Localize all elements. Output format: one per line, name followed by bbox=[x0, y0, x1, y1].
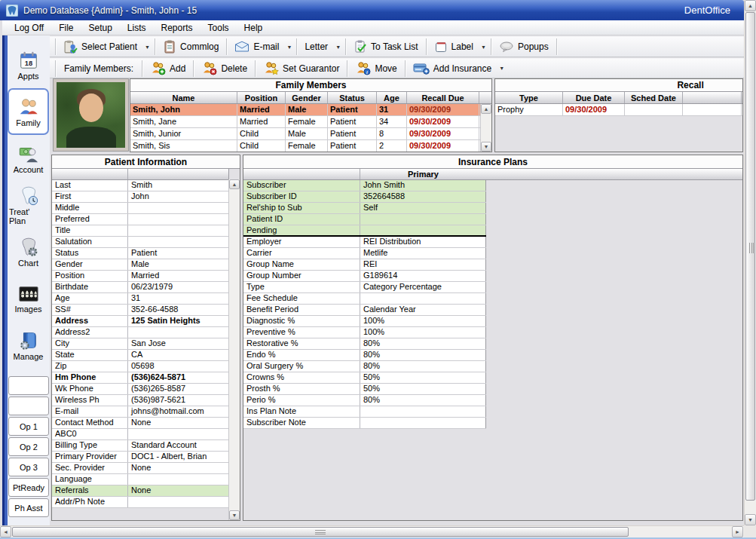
patient-info-row[interactable]: ReferralsNone bbox=[52, 485, 229, 497]
op-button-blank-2[interactable] bbox=[8, 397, 49, 415]
patient-info-row[interactable]: Middle bbox=[52, 203, 229, 214]
patient-info-row[interactable]: Preferred bbox=[52, 214, 229, 225]
patient-info-row[interactable]: Address2 bbox=[52, 327, 229, 338]
scroll-up-icon[interactable]: ▲ bbox=[745, 0, 756, 11]
menu-setup[interactable]: Setup bbox=[81, 21, 119, 35]
scroll-right-icon[interactable]: ► bbox=[732, 526, 743, 537]
menu-lists[interactable]: Lists bbox=[120, 21, 154, 35]
insurance-row[interactable]: Prosth %50% bbox=[243, 384, 486, 395]
insurance-row[interactable]: Group NumberG189614 bbox=[243, 271, 486, 282]
patient-info-row[interactable]: Address125 Satin Heights bbox=[52, 316, 229, 327]
op-button-blank-1[interactable] bbox=[8, 376, 49, 395]
patient-info-scrollbar[interactable]: ▲ ▼ bbox=[228, 179, 240, 520]
family-member-row[interactable]: Smith, JuniorChildMalePatient809/30/2009 bbox=[130, 128, 491, 140]
add-insurance-button[interactable]: Add Insurance bbox=[408, 60, 497, 77]
popups-button[interactable]: Popups bbox=[494, 38, 554, 56]
patient-info-row[interactable]: Wireless Ph(536)987-5621 bbox=[52, 395, 229, 406]
patient-info-row[interactable]: ABC0 bbox=[52, 429, 229, 440]
insurance-row[interactable]: EmployerREI Distribution bbox=[243, 237, 486, 248]
insurance-row[interactable]: Preventive %100% bbox=[243, 327, 486, 338]
insurance-row[interactable]: Ins Plan Note bbox=[243, 406, 486, 418]
patient-info-row[interactable]: StatusPatient bbox=[52, 248, 229, 259]
patient-info-row[interactable]: StateCA bbox=[52, 350, 229, 361]
insurance-row[interactable]: TypeCategory Percentage bbox=[243, 282, 486, 293]
patient-info-row[interactable]: Title bbox=[52, 225, 229, 237]
op-button-phasst[interactable]: Ph Asst bbox=[8, 498, 49, 517]
patient-info-row[interactable]: Wk Phone(536)265-8587 bbox=[52, 384, 229, 395]
patient-info-row[interactable]: CitySan Jose bbox=[52, 338, 229, 350]
patient-info-row[interactable]: Language bbox=[52, 474, 229, 485]
scroll-up-icon[interactable]: ▲ bbox=[229, 179, 240, 189]
vertical-scrollbar-thumb[interactable] bbox=[745, 12, 755, 501]
patient-info-row[interactable]: Contact MethodNone bbox=[52, 418, 229, 429]
patient-info-row[interactable]: Birthdate06/23/1979 bbox=[52, 282, 229, 293]
insurance-row[interactable]: Subscriber Note bbox=[243, 418, 486, 429]
insurance-row[interactable]: Rel'ship to SubSelf bbox=[243, 203, 486, 214]
patient-info-row[interactable]: Salutation bbox=[52, 237, 229, 248]
sidebar-module-manage[interactable]: Manage bbox=[8, 322, 49, 369]
sidebar-module-family[interactable]: Family bbox=[8, 88, 49, 135]
label-dropdown[interactable]: ▼ bbox=[479, 38, 488, 56]
insurance-row[interactable]: Fee Schedule bbox=[243, 293, 486, 305]
label-button[interactable]: Label bbox=[429, 38, 479, 56]
set-guarantor-button[interactable]: Set Guarantor bbox=[258, 60, 344, 77]
patient-info-row[interactable]: Primary ProviderDOC1 - Albert, Brian bbox=[52, 452, 229, 463]
scroll-left-icon[interactable]: ◄ bbox=[0, 526, 11, 537]
op-button-op2[interactable]: Op 2 bbox=[8, 437, 49, 456]
select-patient-button[interactable]: Select Patient bbox=[58, 38, 142, 56]
letter-button[interactable]: Letter bbox=[299, 38, 333, 56]
horizontal-scrollbar[interactable]: ◄ ► bbox=[0, 525, 744, 537]
commlog-button[interactable]: Commlog bbox=[158, 38, 224, 56]
family-member-row[interactable]: Smith, JaneMarriedFemalePatient3409/30/2… bbox=[130, 116, 491, 128]
to-task-list-button[interactable]: To Task List bbox=[348, 38, 423, 56]
scroll-up-icon[interactable]: ▲ bbox=[481, 104, 491, 114]
menu-help[interactable]: Help bbox=[237, 21, 271, 35]
patient-info-row[interactable]: Addr/Ph Note bbox=[52, 497, 229, 508]
menu-tools[interactable]: Tools bbox=[200, 21, 237, 35]
family-member-row[interactable]: Smith, JohnMarriedMalePatient3109/30/200… bbox=[130, 104, 491, 116]
op-button-op1[interactable]: Op 1 bbox=[8, 417, 49, 436]
insurance-row[interactable]: Benefit PeriodCalendar Year bbox=[243, 305, 486, 316]
sidebar-module-appts[interactable]: 18 Appts bbox=[8, 41, 49, 88]
insurance-row[interactable]: Diagnostic %100% bbox=[243, 316, 486, 327]
add-insurance-dropdown[interactable]: ▼ bbox=[497, 60, 507, 77]
insurance-row[interactable]: Oral Surgery %80% bbox=[243, 361, 486, 372]
letter-dropdown[interactable]: ▼ bbox=[333, 38, 343, 56]
patient-info-row[interactable]: Sec. ProviderNone bbox=[52, 463, 229, 474]
menu-reports[interactable]: Reports bbox=[154, 21, 200, 35]
menu-log-off[interactable]: Log Off bbox=[7, 21, 51, 35]
add-family-member-button[interactable]: Add bbox=[145, 60, 191, 77]
family-member-row[interactable]: Smith, SisChildFemalePatient209/30/2009 bbox=[130, 140, 491, 152]
insurance-row[interactable]: Subscriber ID352664588 bbox=[243, 191, 486, 203]
insurance-row[interactable]: Group NameREI bbox=[243, 259, 486, 271]
patient-info-row[interactable]: Hm Phone(536)624-5871 bbox=[52, 372, 229, 384]
family-grid-scrollbar[interactable]: ▲ ▼ bbox=[480, 104, 491, 152]
patient-info-row[interactable]: FirstJohn bbox=[52, 191, 229, 203]
patient-info-row[interactable]: Billing TypeStandard Account bbox=[52, 440, 229, 452]
insurance-row[interactable]: SubscriberJohn Smith bbox=[243, 180, 486, 191]
patient-info-row[interactable]: SS#352-66-4588 bbox=[52, 305, 229, 316]
insurance-row[interactable]: Crowns %50% bbox=[243, 372, 486, 384]
scroll-down-icon[interactable]: ▼ bbox=[481, 142, 491, 152]
insurance-row[interactable]: Endo %80% bbox=[243, 350, 486, 361]
recall-row[interactable]: Prophy09/30/2009 bbox=[495, 104, 742, 116]
op-button-op3[interactable]: Op 3 bbox=[8, 458, 49, 476]
sidebar-module-chart[interactable]: Chart bbox=[8, 228, 49, 275]
insurance-row[interactable]: Restorative %80% bbox=[243, 338, 486, 350]
patient-info-row[interactable]: PositionMarried bbox=[52, 271, 229, 282]
scroll-down-icon[interactable]: ▼ bbox=[745, 514, 756, 525]
patient-info-row[interactable]: GenderMale bbox=[52, 259, 229, 271]
patient-info-row[interactable]: E-mailjohns@hotmail.com bbox=[52, 406, 229, 418]
vertical-scrollbar[interactable]: ▲ ▼ bbox=[744, 0, 756, 525]
menu-file[interactable]: File bbox=[51, 21, 81, 35]
sidebar-module-treat-plan[interactable]: Treat' Plan bbox=[8, 182, 49, 228]
insurance-row[interactable]: CarrierMetlife bbox=[243, 248, 486, 259]
delete-family-member-button[interactable]: Delete bbox=[196, 60, 253, 77]
patient-info-row[interactable]: LastSmith bbox=[52, 180, 229, 191]
patient-info-row[interactable]: Zip05698 bbox=[52, 361, 229, 372]
email-button[interactable]: E-mail bbox=[229, 38, 284, 56]
insurance-row[interactable]: Patient ID bbox=[243, 214, 486, 225]
insurance-row[interactable]: Perio %80% bbox=[243, 395, 486, 406]
horizontal-scrollbar-thumb[interactable] bbox=[12, 527, 629, 537]
email-dropdown[interactable]: ▼ bbox=[284, 38, 294, 56]
